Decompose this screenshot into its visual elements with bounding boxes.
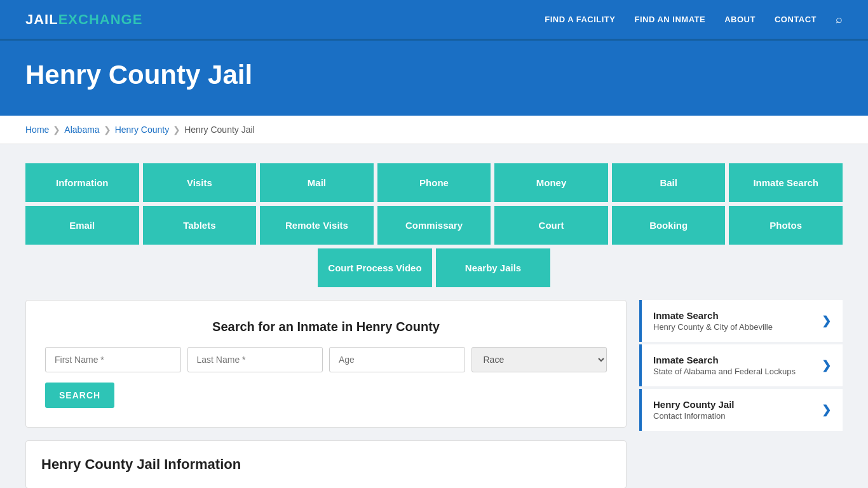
- race-select[interactable]: Race White Black Hispanic Asian Other: [471, 347, 607, 372]
- left-column: Search for an Inmate in Henry County Rac…: [25, 300, 627, 488]
- content-row: Search for an Inmate in Henry County Rac…: [25, 300, 843, 488]
- btn-remote-visits[interactable]: Remote Visits: [260, 206, 374, 245]
- btn-mail[interactable]: Mail: [260, 163, 374, 202]
- btn-booking[interactable]: Booking: [612, 206, 726, 245]
- grid-row-1: Information Visits Mail Phone Money Bail…: [25, 163, 843, 202]
- search-button[interactable]: SEARCH: [45, 383, 114, 408]
- nav-about[interactable]: ABOUT: [724, 15, 756, 24]
- breadcrumb-sep-1: ❯: [53, 125, 60, 135]
- search-title: Search for an Inmate in Henry County: [45, 320, 607, 334]
- sidebar-item-henry-sub: Henry County & City of Abbeville: [653, 322, 773, 332]
- nav-find-facility[interactable]: FIND A FACILITY: [545, 15, 615, 24]
- hero-section: Henry County Jail: [0, 41, 868, 116]
- breadcrumb-sep-2: ❯: [104, 125, 111, 135]
- breadcrumb-henry-county[interactable]: Henry County: [115, 125, 170, 135]
- grid-row-2: Email Tablets Remote Visits Commissary C…: [25, 206, 843, 245]
- sidebar-item-contact-info[interactable]: Henry County Jail Contact Information ❯: [639, 389, 843, 431]
- logo-jail: JAIL: [25, 11, 58, 28]
- sidebar-item-contact-sub: Contact Information: [653, 411, 735, 421]
- sidebar-item-henry-inmate-search[interactable]: Inmate Search Henry County & City of Abb…: [639, 300, 843, 342]
- sidebar: Inmate Search Henry County & City of Abb…: [639, 300, 843, 433]
- sidebar-item-alabama-sub: State of Alabama and Federal Lockups: [653, 367, 796, 376]
- sidebar-item-contact-title: Henry County Jail: [653, 399, 735, 410]
- btn-inmate-search[interactable]: Inmate Search: [729, 163, 843, 202]
- sidebar-item-alabama-inmate-search[interactable]: Inmate Search State of Alabama and Feder…: [639, 344, 843, 386]
- search-form: Race White Black Hispanic Asian Other: [45, 347, 607, 372]
- btn-visits[interactable]: Visits: [143, 163, 257, 202]
- btn-court-process-video[interactable]: Court Process Video: [318, 248, 432, 287]
- btn-nearby-jails[interactable]: Nearby Jails: [436, 248, 550, 287]
- inmate-search-card: Search for an Inmate in Henry County Rac…: [25, 300, 627, 428]
- sidebar-item-henry-title: Inmate Search: [653, 310, 773, 321]
- btn-information[interactable]: Information: [25, 163, 139, 202]
- logo[interactable]: JAIL EXCHANGE: [25, 11, 142, 28]
- first-name-input[interactable]: [45, 347, 181, 372]
- breadcrumb-bar: Home ❯ Alabama ❯ Henry County ❯ Henry Co…: [0, 116, 868, 144]
- btn-commissary[interactable]: Commissary: [377, 206, 491, 245]
- info-section: Henry County Jail Information: [25, 440, 627, 488]
- sidebar-chevron-contact: ❯: [822, 403, 831, 417]
- breadcrumb-sep-3: ❯: [173, 125, 180, 135]
- main-area: Information Visits Mail Phone Money Bail…: [0, 144, 868, 488]
- nav-links: FIND A FACILITY FIND AN INMATE ABOUT CON…: [545, 13, 843, 26]
- btn-bail[interactable]: Bail: [612, 163, 726, 202]
- sidebar-chevron-henry: ❯: [822, 314, 831, 328]
- sidebar-chevron-alabama: ❯: [822, 358, 831, 372]
- sidebar-item-alabama-title: Inmate Search: [653, 355, 796, 365]
- breadcrumb-home[interactable]: Home: [25, 125, 49, 135]
- last-name-input[interactable]: [187, 347, 323, 372]
- page-title: Henry County Jail: [25, 60, 843, 90]
- btn-tablets[interactable]: Tablets: [143, 206, 257, 245]
- nav-contact[interactable]: CONTACT: [775, 15, 817, 24]
- search-icon[interactable]: ⌕: [836, 13, 843, 26]
- grid-row-3: Court Process Video Nearby Jails: [25, 248, 843, 287]
- logo-exchange: EXCHANGE: [58, 11, 143, 28]
- btn-money[interactable]: Money: [494, 163, 608, 202]
- age-input[interactable]: [329, 347, 465, 372]
- btn-phone[interactable]: Phone: [377, 163, 491, 202]
- btn-photos[interactable]: Photos: [729, 206, 843, 245]
- btn-email[interactable]: Email: [25, 206, 139, 245]
- nav-find-inmate[interactable]: FIND AN INMATE: [634, 15, 705, 24]
- btn-court[interactable]: Court: [494, 206, 608, 245]
- breadcrumb: Home ❯ Alabama ❯ Henry County ❯ Henry Co…: [25, 125, 843, 135]
- breadcrumb-current: Henry County Jail: [184, 125, 255, 135]
- main-nav: JAIL EXCHANGE FIND A FACILITY FIND AN IN…: [0, 0, 868, 41]
- info-title: Henry County Jail Information: [41, 456, 611, 473]
- breadcrumb-alabama[interactable]: Alabama: [64, 125, 99, 135]
